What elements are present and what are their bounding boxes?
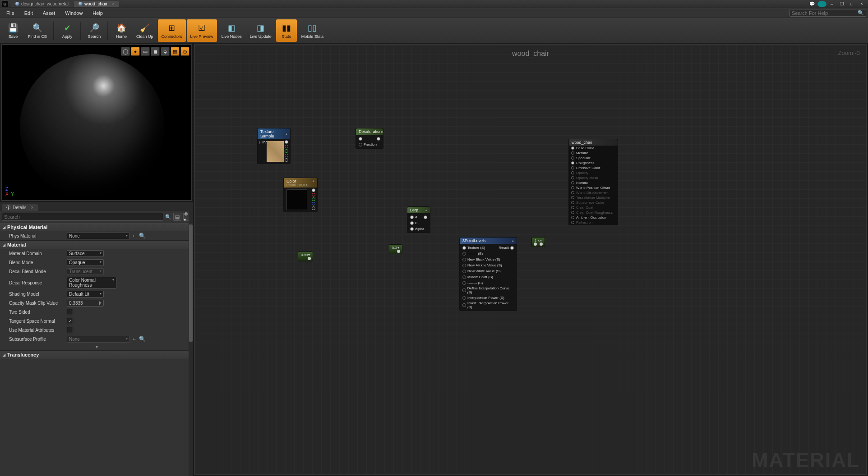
graph-title: wood_chair [195, 50, 866, 58]
output-pin-normal[interactable]: Normal [569, 180, 618, 185]
subsurface-dropdown: None▾ [67, 336, 130, 343]
node-texture-sample[interactable]: Texture Sample▴ UVs [257, 128, 291, 164]
save-button[interactable]: 💾Save [3, 19, 23, 42]
tangent-space-checkbox[interactable]: ✓ [67, 318, 73, 324]
collapse-icon[interactable]: ▾ [540, 238, 542, 243]
section-physical-material[interactable]: Physical Material [0, 223, 193, 231]
opacity-mask-clip-input[interactable]: 0.3333⇕ [67, 300, 104, 307]
home-button[interactable]: 🏠Home [111, 19, 132, 42]
cleanup-button[interactable]: 🧹Clean Up [133, 19, 157, 42]
phys-material-dropdown[interactable]: None▾ [67, 233, 130, 239]
close-icon[interactable]: × [31, 205, 34, 210]
reset-icon[interactable]: ← [132, 233, 137, 239]
browse-icon[interactable]: 🔍 [139, 233, 146, 239]
material-icon [15, 2, 19, 6]
material-graph[interactable]: wood_chair Zoom -3 MATERIAL Texture Samp… [194, 44, 867, 475]
output-pin-metallic[interactable]: Metallic [569, 151, 618, 156]
node-constant-03[interactable]: 0.3▾ [389, 244, 402, 254]
check-icon: ✔ [61, 22, 73, 34]
collapse-icon[interactable]: ▴ [313, 179, 314, 183]
output-pin-specular[interactable]: Specular [569, 156, 618, 160]
collapse-icon[interactable]: ▴ [286, 132, 287, 136]
maximize-button[interactable]: □ [847, 1, 856, 7]
node-color-param[interactable]: Color▴ Param (0,0,0,1) [283, 178, 318, 212]
connectors-button[interactable]: ⊞Connectors [158, 19, 186, 42]
zoom-label: Zoom -3 [838, 50, 860, 56]
browse-icon[interactable]: 🔍 [139, 336, 146, 342]
details-scrollbar[interactable] [189, 211, 193, 476]
property-matrix-button[interactable]: ▤ [173, 213, 181, 221]
mobile-stats-button[interactable]: ▯▯Mobile Stats [298, 19, 328, 42]
shape-plane-button[interactable]: ▭ [141, 47, 150, 56]
save-icon: 💾 [7, 22, 19, 34]
find-in-cb-button[interactable]: 🔍Find in CB [24, 19, 51, 42]
section-translucency[interactable]: Translucency [0, 351, 193, 359]
search-icon: 🔍 [858, 10, 864, 16]
output-pin-emissive-color[interactable]: Emissive Color [569, 165, 618, 170]
viewport-options-button[interactable]: ◷ [180, 47, 189, 56]
material-preview[interactable]: Z X Y ◯ ● ▭ ◼ ⬙ ▦ ◷ [1, 44, 192, 201]
left-column: Z X Y ◯ ● ▭ ◼ ⬙ ▦ ◷ 🛈 Details × [0, 43, 193, 476]
section-material[interactable]: Material [0, 241, 193, 249]
material-domain-dropdown[interactable]: Surface▾ [67, 250, 104, 257]
close-icon[interactable]: × [112, 1, 115, 6]
apply-button[interactable]: ✔Apply [57, 19, 78, 42]
shape-mesh-button[interactable]: ⬙ [161, 47, 170, 56]
node-material-output[interactable]: wood_chair Base ColorMetallicSpecularRou… [568, 139, 618, 225]
tab-woodchair[interactable]: wood_chair× [74, 1, 119, 7]
collapse-icon[interactable]: ▴ [382, 130, 383, 133]
live-update-button[interactable]: ◨Live Update [246, 19, 275, 42]
menu-help[interactable]: Help [88, 9, 107, 17]
stats-icon: ▮▮ [281, 22, 292, 34]
details-panel: 🔍 ▤ 👁▾ Physical Material Phys Material N… [0, 211, 193, 476]
axis-gizmo: Z X Y [5, 187, 14, 197]
output-pin-ambient-occlusion[interactable]: Ambient Occlusion [569, 215, 618, 220]
restore-button[interactable]: ❐ [837, 1, 846, 7]
collapse-icon[interactable]: ▴ [512, 239, 514, 243]
chat-icon[interactable]: 💬 [808, 1, 817, 7]
output-pin-roughness[interactable]: Roughness [569, 160, 618, 165]
collapse-icon[interactable]: ▾ [308, 253, 310, 257]
source-control-icon[interactable] [817, 1, 826, 7]
minimize-button[interactable]: – [827, 1, 836, 7]
search-button[interactable]: 🔎Search [84, 19, 105, 42]
output-pin-base-color[interactable]: Base Color [569, 146, 618, 151]
node-one-minus[interactable]: 1-x▾ [531, 237, 545, 247]
search-icon: 🔍 [165, 214, 171, 220]
shape-cube-button[interactable]: ◼ [151, 47, 160, 56]
decal-response-dropdown[interactable]: Color Normal Roughness▾ [67, 277, 116, 288]
node-constant-099[interactable]: 0.99▾ [298, 252, 313, 261]
help-search-input[interactable] [792, 10, 858, 16]
shape-sphere-button[interactable]: ● [131, 47, 140, 56]
menu-window[interactable]: Window [60, 9, 87, 17]
menu-asset[interactable]: Asset [38, 9, 60, 17]
use-material-attr-checkbox[interactable] [67, 327, 73, 333]
collapse-icon[interactable]: ▴ [425, 208, 427, 212]
blend-mode-dropdown[interactable]: Opaque▾ [67, 259, 104, 266]
output-pin-tessellation-multiplier: Tessellation Multiplier [569, 195, 618, 200]
details-search-input[interactable] [2, 213, 163, 221]
details-tab[interactable]: 🛈 Details × [2, 204, 38, 211]
node-lerp[interactable]: Lerp▴ A B Alpha [407, 206, 430, 233]
menu-file[interactable]: File [2, 9, 19, 17]
node-desaturation[interactable]: Desaturation▴ Fraction [356, 128, 383, 149]
grid-toggle-button[interactable]: ▦ [171, 47, 180, 56]
node-3pointlevels[interactable]: 3PointLevels▴ Texture (S)Result --------… [459, 237, 517, 311]
tab-designchair[interactable]: designchair_woodmetal [11, 1, 73, 7]
two-sided-checkbox[interactable] [67, 309, 73, 315]
shading-model-dropdown[interactable]: Default Lit▾ [67, 291, 104, 298]
details-icon: 🛈 [6, 205, 11, 210]
output-pin-world-position-offset[interactable]: World Position Offset [569, 185, 618, 190]
checkbox-icon: ☑ [196, 22, 208, 34]
reset-icon[interactable]: ← [132, 336, 137, 342]
live-preview-button[interactable]: ☑Live Preview [187, 19, 217, 42]
collapse-icon[interactable]: ▾ [397, 246, 399, 250]
stats-button[interactable]: ▮▮Stats [276, 19, 297, 42]
live-nodes-button[interactable]: ◧Live Nodes [218, 19, 245, 42]
menu-edit[interactable]: Edit [20, 9, 37, 17]
close-button[interactable]: × [857, 1, 866, 7]
help-search[interactable]: 🔍 [790, 9, 866, 17]
output-pin-clear-coat: Clear Coat [569, 205, 618, 210]
shape-cylinder-button[interactable]: ◯ [121, 47, 130, 56]
expand-section-button[interactable]: ▾ [0, 343, 193, 350]
